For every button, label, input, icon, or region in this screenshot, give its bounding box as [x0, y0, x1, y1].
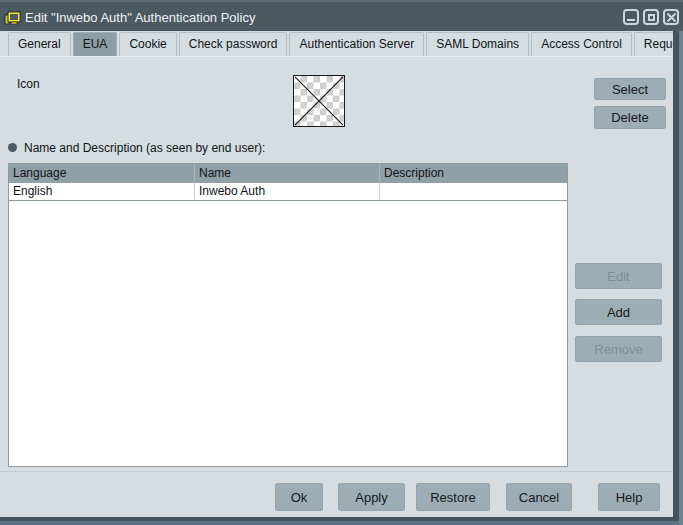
- tab-general[interactable]: General: [8, 32, 71, 56]
- add-button[interactable]: Add: [575, 299, 662, 325]
- tab-cookie[interactable]: Cookie: [119, 32, 176, 56]
- close-icon: [667, 13, 676, 22]
- column-header-name[interactable]: Name: [194, 164, 379, 183]
- tab-authentication-server[interactable]: Authentication Server: [289, 32, 424, 56]
- window-border-bottom: [0, 517, 679, 521]
- select-button[interactable]: Select: [594, 78, 666, 100]
- column-header-language[interactable]: Language: [9, 164, 194, 183]
- broken-image-x-icon: [294, 76, 344, 126]
- window-controls: [623, 9, 679, 25]
- app-icon: [4, 9, 22, 27]
- footer-divider: [0, 471, 673, 472]
- table-row[interactable]: English Inwebo Auth: [9, 183, 567, 201]
- bullet-icon: [8, 143, 17, 152]
- icon-label: Icon: [17, 77, 40, 91]
- remove-button[interactable]: Remove: [575, 336, 662, 362]
- title-bar: Edit "Inwebo Auth" Authentication Policy: [0, 0, 683, 33]
- cancel-button[interactable]: Cancel: [506, 483, 572, 511]
- tab-eua[interactable]: EUA: [73, 32, 118, 56]
- ok-button[interactable]: Ok: [275, 483, 323, 511]
- help-button[interactable]: Help: [598, 483, 660, 511]
- tab-saml-domains[interactable]: SAML Domains: [426, 32, 529, 56]
- name-description-heading: Name and Description (as seen by end use…: [24, 141, 265, 155]
- name-description-table: Language Name Description English Inwebo…: [8, 163, 568, 467]
- maximize-icon: [648, 14, 655, 21]
- icon-preview-placeholder: [293, 75, 345, 127]
- maximize-button[interactable]: [643, 9, 659, 25]
- close-button[interactable]: [663, 9, 679, 25]
- dialog-window: Edit "Inwebo Auth" Authentication Policy…: [0, 0, 683, 525]
- tab-check-password[interactable]: Check password: [179, 32, 288, 56]
- tab-bar: General EUA Cookie Check password Authen…: [0, 31, 673, 56]
- cell-description: [379, 183, 567, 200]
- edit-button[interactable]: Edit: [575, 263, 662, 289]
- tab-access-control[interactable]: Access Control: [531, 32, 632, 56]
- cell-name: Inwebo Auth: [194, 183, 379, 200]
- cell-language: English: [9, 183, 194, 200]
- table-header-row: Language Name Description: [9, 164, 567, 183]
- delete-button[interactable]: Delete: [594, 106, 666, 129]
- restore-button[interactable]: Restore: [416, 483, 490, 511]
- desktop-background-right: [679, 31, 683, 525]
- window-border-right: [673, 31, 679, 521]
- column-header-description[interactable]: Description: [379, 164, 567, 183]
- page-title: Edit "Inwebo Auth" Authentication Policy: [25, 10, 255, 25]
- apply-button[interactable]: Apply: [338, 483, 405, 511]
- minimize-icon: [627, 19, 635, 21]
- minimize-button[interactable]: [623, 9, 639, 25]
